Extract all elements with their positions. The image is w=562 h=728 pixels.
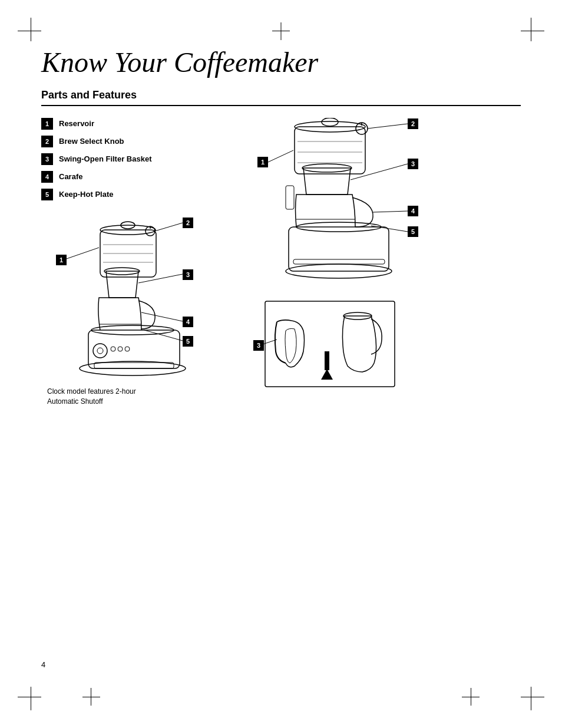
svg-marker-65 bbox=[321, 369, 333, 380]
svg-line-21 bbox=[138, 274, 183, 283]
crop-mark-bl-h bbox=[18, 697, 41, 697]
svg-text:5: 5 bbox=[186, 338, 190, 345]
svg-rect-8 bbox=[125, 347, 130, 351]
svg-line-20 bbox=[155, 223, 183, 231]
svg-point-4 bbox=[93, 344, 107, 358]
svg-text:1: 1 bbox=[59, 256, 63, 263]
svg-text:4: 4 bbox=[186, 318, 190, 325]
page-title: Know Your Coffeemaker bbox=[41, 47, 521, 78]
part-badge-2: 2 bbox=[41, 136, 53, 147]
svg-rect-46 bbox=[286, 186, 294, 209]
crosshair-top-v bbox=[281, 22, 282, 40]
svg-point-5 bbox=[97, 348, 103, 354]
svg-line-51 bbox=[351, 164, 408, 180]
svg-rect-37 bbox=[293, 259, 385, 264]
main-layout: 1 Reservoir 2 Brew Select Knob 3 Swing-O… bbox=[41, 118, 521, 407]
svg-point-42 bbox=[322, 118, 338, 126]
part-badge-4: 4 bbox=[41, 171, 53, 183]
section-heading: Parts and Features bbox=[41, 89, 521, 106]
svg-text:4: 4 bbox=[411, 207, 415, 215]
svg-line-49 bbox=[268, 150, 293, 162]
right-column: 1 2 3 4 5 bbox=[253, 118, 521, 393]
svg-text:1: 1 bbox=[261, 159, 265, 166]
diagram-caption: Clock model features 2-hour Automatic Sh… bbox=[47, 387, 212, 407]
page-content: Know Your Coffeemaker Parts and Features… bbox=[41, 47, 521, 681]
crop-mark-tl-h bbox=[18, 31, 41, 31]
part-label-4: Carafe bbox=[59, 172, 82, 181]
left-diagram: 1 2 3 4 5 Clock model features 2-hour Au… bbox=[47, 212, 212, 407]
crop-mark-br-h bbox=[521, 697, 544, 697]
svg-rect-64 bbox=[265, 301, 395, 387]
part-label-1: Reservoir bbox=[59, 119, 94, 128]
page-number: 4 bbox=[41, 660, 45, 669]
svg-rect-3 bbox=[94, 363, 174, 368]
coffeemaker-right-svg: 1 2 3 4 5 bbox=[253, 118, 448, 289]
svg-text:3: 3 bbox=[186, 271, 190, 278]
right-diagrams: 1 2 3 4 5 bbox=[253, 118, 521, 393]
crop-mark-tr-v bbox=[531, 18, 531, 41]
part-label-5: Keep-Hot Plate bbox=[59, 190, 113, 199]
coffeemaker-left-svg: 1 2 3 4 5 bbox=[47, 212, 212, 383]
svg-rect-66 bbox=[325, 351, 329, 370]
list-item: 1 Reservoir bbox=[41, 118, 242, 130]
crosshair-bl-v bbox=[91, 688, 91, 706]
list-item: 4 Carafe bbox=[41, 171, 242, 183]
svg-text:3: 3 bbox=[411, 160, 415, 167]
part-label-3: Swing-Open Filter Basket bbox=[59, 154, 151, 163]
list-item: 5 Keep-Hot Plate bbox=[41, 189, 242, 200]
filter-basket-svg: 3 bbox=[253, 298, 406, 393]
right-top-diagram: 1 2 3 4 5 bbox=[253, 118, 521, 289]
list-item: 2 Brew Select Knob bbox=[41, 136, 242, 147]
crop-mark-bl-v bbox=[31, 687, 31, 710]
part-badge-5: 5 bbox=[41, 189, 53, 200]
part-badge-3: 3 bbox=[41, 153, 53, 165]
right-bottom-diagram: 3 bbox=[253, 298, 521, 393]
parts-list: 1 Reservoir 2 Brew Select Knob 3 Swing-O… bbox=[41, 118, 242, 200]
svg-line-19 bbox=[65, 248, 99, 259]
left-column: 1 Reservoir 2 Brew Select Knob 3 Swing-O… bbox=[41, 118, 242, 407]
svg-text:2: 2 bbox=[411, 120, 415, 127]
svg-line-52 bbox=[373, 211, 408, 212]
crosshair-bl-h bbox=[82, 697, 100, 697]
part-label-2: Brew Select Knob bbox=[59, 137, 124, 146]
svg-line-23 bbox=[144, 330, 183, 341]
crop-mark-tl-v bbox=[31, 18, 31, 41]
svg-rect-40 bbox=[295, 127, 365, 174]
svg-text:2: 2 bbox=[186, 219, 190, 226]
crop-mark-tr-h bbox=[521, 31, 544, 31]
svg-text:5: 5 bbox=[411, 228, 415, 235]
crop-mark-br-v bbox=[531, 687, 531, 710]
part-badge-1: 1 bbox=[41, 118, 53, 130]
crosshair-br-v bbox=[471, 688, 471, 706]
svg-text:3: 3 bbox=[257, 342, 260, 349]
list-item: 3 Swing-Open Filter Basket bbox=[41, 153, 242, 165]
svg-rect-7 bbox=[118, 347, 123, 351]
svg-rect-6 bbox=[111, 347, 115, 351]
svg-line-22 bbox=[141, 312, 183, 321]
svg-line-50 bbox=[368, 124, 408, 129]
